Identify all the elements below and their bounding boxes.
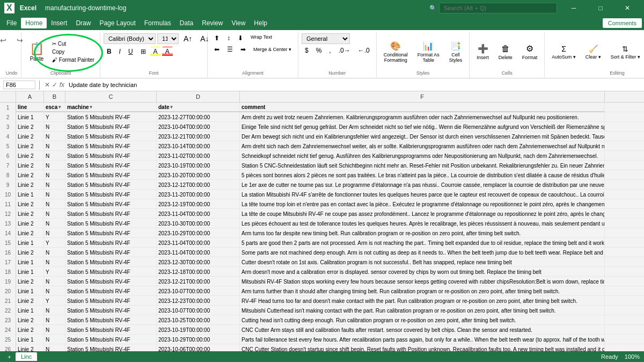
cell-5-B[interactable]: N xyxy=(44,141,65,151)
cell-1-D[interactable]: date ▼ xyxy=(157,103,240,112)
cell-3-D[interactable]: 2023-10-04T00:00:00 xyxy=(157,122,240,132)
insert-function-icon[interactable]: fx xyxy=(60,81,64,89)
cell-6-A[interactable]: Linie 2 xyxy=(16,151,44,161)
cell-2-C[interactable]: Station 5 Mitsubishi RV-4F xyxy=(65,112,157,122)
cell-8-A[interactable]: Linie 2 xyxy=(16,170,44,180)
menu-draw[interactable]: Draw xyxy=(71,18,95,28)
cell-6-B[interactable]: N xyxy=(44,151,65,161)
cell-23-A[interactable]: Linie 2 xyxy=(16,315,44,325)
cell-7-B[interactable]: N xyxy=(44,161,65,170)
cell-9-F[interactable]: Le 1er axe de cutter ne tourne pas sur. … xyxy=(240,180,605,190)
align-center-btn[interactable]: ☰ xyxy=(224,45,236,54)
cell-11-D[interactable]: 2023-12-19T00:00:00 xyxy=(157,199,240,209)
cell-17-D[interactable]: 2023-12-30T00:00:00 xyxy=(157,257,240,267)
menu-insert[interactable]: Insert xyxy=(47,18,71,28)
col-header-A[interactable]: A xyxy=(16,91,44,102)
cell-14-C[interactable]: Station 5 Mitsubishi RV-4F xyxy=(65,228,157,238)
cell-8-B[interactable]: N xyxy=(44,170,65,180)
minimize-btn[interactable]: ─ xyxy=(561,0,586,16)
cell-21-D[interactable]: 2023-12-23T00:00:00 xyxy=(157,296,240,306)
cell-19-F[interactable]: Mitsubishi RV-4F Station stops working e… xyxy=(240,277,605,286)
fill-color-button[interactable]: A xyxy=(150,47,161,56)
cell-13-C[interactable]: Station 5 Mitsubishi RV-4F xyxy=(65,219,157,228)
cell-19-A[interactable]: Linie 2 xyxy=(16,277,44,286)
cell-17-F[interactable]: Cutter doesn't rotate on 1st axis. Calib… xyxy=(240,257,605,267)
col-header-F[interactable]: F xyxy=(240,91,605,102)
menu-help[interactable]: Help xyxy=(250,18,272,28)
cell-13-B[interactable]: N xyxy=(44,219,65,228)
cell-19-B[interactable]: N xyxy=(44,277,65,286)
cell-23-B[interactable]: N xyxy=(44,315,65,325)
comments-button[interactable]: Comments xyxy=(603,18,642,28)
increase-decimal-btn[interactable]: .0→ xyxy=(335,46,354,55)
conditional-formatting-btn[interactable]: 🎨 ConditionalFormatting xyxy=(380,38,412,66)
copy-button[interactable]: Copy xyxy=(50,48,97,55)
cell-3-A[interactable]: Linie 2 xyxy=(16,122,44,132)
menu-home[interactable]: Home xyxy=(21,18,47,28)
insert-btn[interactable]: ➕ Insert xyxy=(473,41,493,63)
percent-btn[interactable]: % xyxy=(313,46,325,55)
menu-formulas[interactable]: Formulas xyxy=(140,18,175,28)
cell-21-F[interactable]: RV-4F Head turns too far and doesn't mak… xyxy=(240,296,605,306)
cell-15-D[interactable]: 2023-11-04T00:00:00 xyxy=(157,238,240,248)
confirm-formula-icon[interactable]: ✓ xyxy=(52,81,57,89)
cell-15-C[interactable]: Station 5 Mitsubishi RV-4F xyxy=(65,238,157,248)
cell-6-D[interactable]: 2023-11-02T00:00:00 xyxy=(157,151,240,161)
cell-10-A[interactable]: Linie 1 xyxy=(16,190,44,199)
undo-button[interactable]: ↩ xyxy=(0,33,11,47)
cell-12-B[interactable]: N xyxy=(44,209,65,219)
cell-24-C[interactable]: Station 5 Mitsubishi RV-4F xyxy=(65,325,157,335)
cell-5-F[interactable]: Arm dreht sich nach dem Zahnriemenwechse… xyxy=(240,141,605,151)
cell-2-F[interactable]: Arm dreht zu weit trotz neuem Zahnriemen… xyxy=(240,112,605,122)
clear-btn[interactable]: 🧹 Clear ▾ xyxy=(582,42,605,62)
cell-18-C[interactable]: Station 5 Mitsubishi RV-4F xyxy=(65,267,157,277)
cell-26-F[interactable]: CNC Cutter Station doesn't startup since… xyxy=(240,344,605,351)
cell-17-A[interactable]: Linie 1 xyxy=(16,257,44,267)
search-input[interactable] xyxy=(439,3,557,13)
cell-23-F[interactable]: Cutting head isn't cutting deep enough. … xyxy=(240,315,605,325)
cell-19-C[interactable]: Station 5 Mitsubishi RV-4F xyxy=(65,277,157,286)
cell-11-A[interactable]: Linie 2 xyxy=(16,199,44,209)
cell-18-F[interactable]: Arm doesn't move and a calibration error… xyxy=(240,267,605,277)
cell-9-D[interactable]: 2023-12-12T00:00:00 xyxy=(157,180,240,190)
cell-6-F[interactable]: Schneidkopf schneidet nicht tief genug. … xyxy=(240,151,605,161)
cell-25-C[interactable]: Station 5 Mitsubishi RV-4F xyxy=(65,335,157,344)
cell-15-A[interactable]: Linie 1 xyxy=(16,238,44,248)
cell-17-B[interactable]: N xyxy=(44,257,65,267)
cell-8-D[interactable]: 2023-10-20T00:00:00 xyxy=(157,170,240,180)
cell-12-C[interactable]: Station 5 Mitsubishi RV-4F xyxy=(65,209,157,219)
wrap-text-btn[interactable]: Wrap Text xyxy=(247,33,275,43)
cell-20-A[interactable]: Linie 1 xyxy=(16,286,44,296)
cell-3-C[interactable]: Station 5 Mitsubishi RV-4F xyxy=(65,122,157,132)
cell-22-A[interactable]: Linie 1 xyxy=(16,306,44,315)
cell-12-D[interactable]: 2023-11-04T00:00:00 xyxy=(157,209,240,219)
cell-9-A[interactable]: Linie 2 xyxy=(16,180,44,190)
cell-2-B[interactable]: Y xyxy=(44,112,65,122)
cell-25-A[interactable]: Linie 1 xyxy=(16,335,44,344)
cell-3-B[interactable]: N xyxy=(44,122,65,132)
menu-file[interactable]: File xyxy=(2,18,21,28)
cell-16-F[interactable]: Some parts are not machined deep enough.… xyxy=(240,248,605,257)
cell-14-B[interactable]: N xyxy=(44,228,65,238)
cell-24-B[interactable]: N xyxy=(44,325,65,335)
cell-20-D[interactable]: 2023-10-07T00:00:00 xyxy=(157,286,240,296)
cell-11-C[interactable]: Station 5 Mitsubishi RV-4F xyxy=(65,199,157,209)
comma-btn[interactable]: , xyxy=(326,46,334,55)
cell-7-C[interactable]: Station 5 Mitsubishi RV-4F xyxy=(65,161,157,170)
cell-5-A[interactable]: Linie 2 xyxy=(16,141,44,151)
cell-22-C[interactable]: Station 5 Mitsubishi RV-4F xyxy=(65,306,157,315)
cell-5-C[interactable]: Station 5 Mitsubishi RV-4F xyxy=(65,141,157,151)
cell-14-F[interactable]: Arm turns too far despite new timing bel… xyxy=(240,228,605,238)
paste-button[interactable]: 📋 Paste xyxy=(25,39,49,64)
col-header-C[interactable]: C xyxy=(65,91,157,102)
font-size-select[interactable]: 11 xyxy=(157,33,179,44)
cell-7-A[interactable]: Linie 2 xyxy=(16,161,44,170)
font-increase-btn[interactable]: A↑ xyxy=(180,33,195,44)
cell-25-B[interactable]: N xyxy=(44,335,65,344)
cell-4-B[interactable]: N xyxy=(44,132,65,141)
cell-styles-btn[interactable]: 📑 CellStyles xyxy=(445,38,466,66)
font-name-select[interactable]: Calibri (Body) xyxy=(104,33,156,44)
cell-22-B[interactable]: N xyxy=(44,306,65,315)
cell-5-D[interactable]: 2023-10-14T00:00:00 xyxy=(157,141,240,151)
cell-9-C[interactable]: Station 5 Mitsubishi RV-4F xyxy=(65,180,157,190)
